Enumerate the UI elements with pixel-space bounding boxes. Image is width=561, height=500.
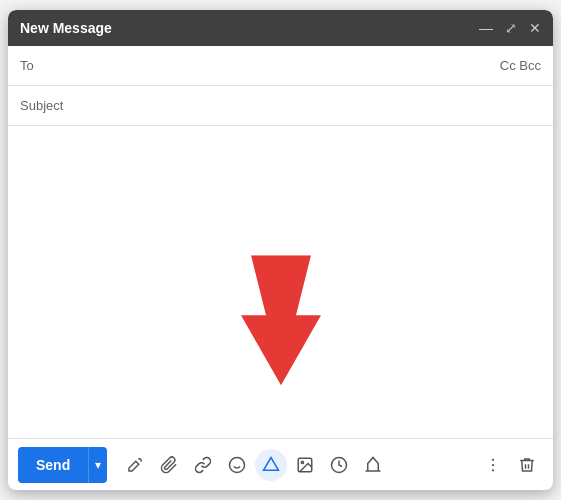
title-bar-controls: — ⤢ ✕ (479, 20, 541, 36)
snooze-icon[interactable] (323, 449, 355, 481)
minimize-button[interactable]: — (479, 20, 493, 36)
send-button[interactable]: Send (18, 447, 88, 483)
window-title: New Message (20, 20, 112, 36)
to-input[interactable] (60, 58, 500, 73)
subject-input[interactable] (63, 98, 541, 113)
send-dropdown-icon: ▾ (95, 458, 101, 472)
to-label: To (20, 58, 60, 73)
subject-field-row: Subject (8, 86, 553, 126)
title-bar: New Message — ⤢ ✕ (8, 10, 553, 46)
svg-point-5 (301, 461, 303, 463)
formatting-icon[interactable] (119, 449, 151, 481)
svg-point-1 (230, 457, 245, 472)
svg-point-10 (492, 469, 494, 471)
send-dropdown-button[interactable]: ▾ (88, 447, 107, 483)
svg-point-8 (492, 458, 494, 460)
body-input[interactable] (20, 134, 541, 430)
photo-icon[interactable] (289, 449, 321, 481)
more-options-icon[interactable] (477, 449, 509, 481)
close-button[interactable]: ✕ (529, 20, 541, 36)
send-button-group: Send ▾ (18, 447, 107, 483)
toolbar: Send ▾ (8, 438, 553, 490)
discard-icon[interactable] (511, 449, 543, 481)
svg-point-9 (492, 463, 494, 465)
emoji-icon[interactable] (221, 449, 253, 481)
expand-button[interactable]: ⤢ (505, 20, 517, 36)
attach-icon[interactable] (153, 449, 185, 481)
link-icon[interactable] (187, 449, 219, 481)
compose-window: New Message — ⤢ ✕ To Cc Bcc Subject Send (8, 10, 553, 490)
subject-label: Subject (20, 98, 63, 113)
body-area (8, 126, 553, 438)
signature-icon[interactable] (357, 449, 389, 481)
to-field-row: To Cc Bcc (8, 46, 553, 86)
cc-bcc-button[interactable]: Cc Bcc (500, 58, 541, 73)
drive-icon[interactable] (255, 449, 287, 481)
